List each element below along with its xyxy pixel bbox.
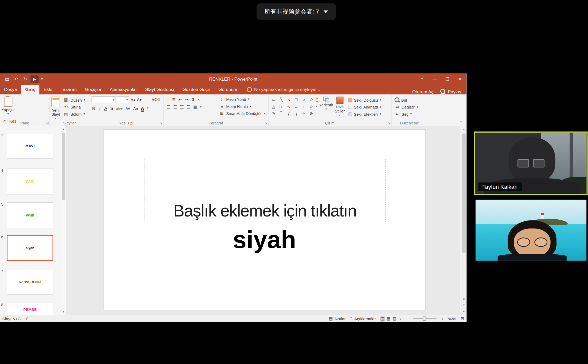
collapse-ribbon-icon[interactable]: ⌃ [460, 120, 463, 124]
scroll-up-icon[interactable]: ▲ [461, 127, 467, 132]
zoom-in-icon[interactable]: + [441, 316, 444, 321]
document-scrollbar[interactable]: ▲ ⇞ ⇟ ▼ [461, 126, 467, 315]
line-spacing-button[interactable]: ⇕ [191, 97, 195, 102]
qat-customize-caret-icon[interactable]: ▾ [40, 75, 44, 83]
shape-icon[interactable]: ↓ [300, 103, 308, 110]
chevron-down-icon[interactable]: ▾ [147, 107, 149, 109]
redo-icon[interactable]: ↻ [21, 75, 29, 83]
participants-banner[interactable]: 所有非视频参会者: 7 [257, 3, 336, 20]
grow-font-button[interactable]: A▴ [130, 97, 135, 102]
shape-icon[interactable]: ☆ [308, 103, 315, 110]
increase-indent-button[interactable]: ⇥ [185, 97, 189, 102]
shapes-gallery[interactable]: ▭ ╲ ↘ □ ○ ◇ △ ▷ ∿ → ↓ ☆ ✎ ⌒ { } ✧ [269, 94, 315, 117]
zoom-level[interactable]: %69 [448, 316, 456, 321]
slide-thumbnail-8[interactable]: PEMBE [7, 303, 53, 315]
text-shadow-button[interactable]: S [110, 106, 113, 111]
comments-button[interactable]: ❝ Açıklamalar [350, 316, 376, 321]
italic-button[interactable]: T [99, 106, 101, 111]
underline-button[interactable]: A [104, 106, 107, 111]
minimize-button[interactable]: — [428, 73, 441, 85]
justify-button[interactable]: ☰ [186, 105, 190, 110]
font-size-combo[interactable]: ▾ [117, 96, 129, 103]
slide-thumbnail-4[interactable]: SARI [7, 168, 53, 194]
shape-outline-button[interactable]: Şekil Anahattı ▾ [348, 104, 381, 110]
shape-icon[interactable]: △ [270, 103, 278, 110]
scroll-down-icon[interactable]: ▼ [61, 309, 66, 314]
clear-formatting-button[interactable]: A⌫ [152, 97, 160, 102]
paste-button[interactable]: Yapıştır ▾ [2, 94, 15, 115]
shape-effects-button[interactable]: Şekil Efektleri ▾ [348, 111, 381, 117]
fit-to-window-icon[interactable]: ⊡ [461, 316, 464, 321]
previous-slide-icon[interactable]: ⇞ [462, 297, 465, 301]
notes-button[interactable]: ▤ Notlar [329, 316, 346, 321]
dialog-launcher-icon[interactable]: ⇲ [160, 122, 162, 125]
share-button[interactable]: Paylaş [440, 89, 461, 94]
shape-icon[interactable]: ↘ [285, 96, 292, 103]
slide-canvas[interactable]: Başlık eklemek için tıklatın siyah [103, 129, 425, 310]
tell-me-box[interactable]: Ne yapmak istediğinizi söyleyin... [246, 85, 320, 94]
text-direction-button[interactable]: ↕ Metin Yönü ▾ [219, 96, 265, 102]
slide-thumbnail-5[interactable]: yeşil [7, 202, 53, 228]
layout-button[interactable]: ▦ Düzen ▾ [63, 97, 85, 103]
tab-gorunum[interactable]: Görünüm [214, 85, 241, 94]
slide-thumbnail-3[interactable]: MAVİ [7, 133, 53, 159]
zoom-slider-handle[interactable] [423, 316, 426, 320]
chevron-down-icon[interactable]: ▾ [55, 118, 57, 120]
new-slide-button[interactable]: Yeni Slayt ▾ [51, 94, 60, 120]
numbering-button[interactable]: ≣ [172, 97, 176, 102]
shape-icon[interactable]: ○ [300, 96, 308, 103]
shape-icon[interactable]: { [285, 110, 292, 117]
title-bar[interactable]: RENKLER - PowerPoint ▤ ↶ ↻ ▶ ▾ ⌃ — ❐ ✕ [0, 73, 467, 85]
align-right-button[interactable]: ☰ [180, 105, 184, 110]
section-button[interactable]: ▤ Bölüm ▾ [63, 111, 85, 117]
select-button[interactable]: ▸ Seç ▾ [394, 111, 418, 117]
bold-button[interactable]: K [92, 106, 95, 111]
close-button[interactable]: ✕ [454, 73, 467, 85]
find-button[interactable]: Bul [394, 97, 418, 103]
gallery-down-icon[interactable]: ▼ [316, 101, 318, 103]
scrollbar-thumb[interactable] [62, 133, 65, 200]
shape-icon[interactable]: ◇ [308, 96, 315, 103]
shape-icon[interactable]: ✎ [270, 110, 278, 117]
font-color-button[interactable]: A [141, 106, 144, 111]
tab-gozden-gecir[interactable]: Gözden Geçir [178, 85, 214, 94]
convert-smartart-button[interactable]: ⊞ SmartArt'a Dönüştür ▾ [219, 111, 265, 116]
shape-icon[interactable]: ✧ [300, 110, 308, 117]
slide-title-text[interactable]: siyah [104, 225, 425, 254]
tab-animasyonlar[interactable]: Animasyonlar [105, 85, 141, 94]
scroll-down-icon[interactable]: ▼ [461, 309, 467, 314]
dialog-launcher-icon[interactable]: ⇲ [265, 122, 267, 125]
scrollbar-thumb[interactable] [462, 133, 466, 253]
shape-fill-button[interactable]: Şekil Dolgusu ▾ [348, 97, 381, 103]
title-placeholder[interactable]: Başlık eklemek için tıklatın [144, 159, 386, 222]
shape-icon[interactable]: → [292, 103, 300, 110]
shape-icon[interactable]: □ [292, 96, 300, 103]
start-slideshow-icon[interactable]: ▶ [30, 75, 39, 84]
save-icon[interactable]: ▤ [3, 75, 11, 83]
tab-gecisler[interactable]: Geçişler [81, 85, 105, 94]
change-case-button[interactable]: Aa [133, 106, 138, 110]
reading-view-icon[interactable]: ▥ [393, 316, 397, 321]
columns-button[interactable]: ▦ [193, 105, 197, 110]
thumbnail-panel-scrollbar[interactable]: ▲ ▼ [61, 126, 66, 315]
normal-view-icon[interactable]: ◫ [380, 316, 384, 321]
shape-icon[interactable]: ▭ [270, 96, 278, 103]
ribbon-display-options-icon[interactable]: ⌃ [415, 73, 428, 85]
align-left-button[interactable]: ☰ [167, 105, 171, 110]
shape-icon[interactable]: ∿ [285, 103, 292, 110]
shrink-font-button[interactable]: A▾ [137, 97, 142, 102]
slide-sorter-view-icon[interactable]: ▦ [386, 316, 390, 321]
zoom-slider[interactable] [413, 318, 437, 319]
shape-icon[interactable]: ⊕ [308, 110, 315, 117]
video-tile-participant-2[interactable] [475, 200, 586, 261]
shape-icon[interactable]: } [292, 110, 300, 117]
tab-slayt-gosterisi[interactable]: Slayt Gösterisi [141, 85, 178, 94]
scroll-up-icon[interactable]: ▲ [61, 127, 66, 131]
gallery-more-icon[interactable]: ▾ [316, 105, 318, 108]
spell-check-icon[interactable]: ✔ [25, 316, 28, 321]
shape-icon[interactable]: ╲ [278, 96, 285, 103]
reset-button[interactable]: ⟲ Sıfırla [63, 104, 85, 110]
chevron-down-icon[interactable] [323, 10, 328, 13]
gallery-up-icon[interactable]: ▲ [316, 97, 318, 99]
shape-icon[interactable]: ▷ [278, 103, 285, 110]
